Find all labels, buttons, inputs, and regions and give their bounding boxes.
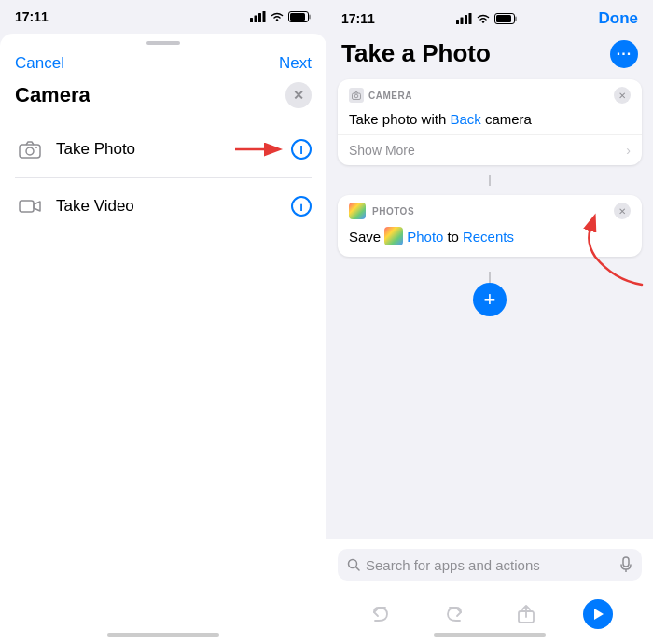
share-icon [516, 604, 536, 624]
sheet-title-bar: Camera ✕ [0, 82, 326, 121]
action-list: Take Photo i [0, 121, 326, 234]
chevron-right-icon: › [626, 143, 631, 158]
svg-rect-2 [258, 13, 261, 22]
undo-icon [371, 604, 392, 624]
wifi-icon [270, 11, 285, 22]
svg-rect-15 [465, 15, 467, 24]
card2-close-button[interactable]: ✕ [614, 203, 631, 219]
modal-sheet: Cancel Next Camera ✕ Take Photo [0, 34, 326, 644]
svg-rect-16 [468, 13, 471, 24]
svg-point-9 [35, 147, 37, 148]
card1-prefix: Take photo with [349, 111, 446, 127]
camera-action-card: CAMERA ✕ Take photo with Back camera Sho… [338, 79, 642, 165]
status-icons-right [456, 13, 518, 24]
camera-icon [15, 134, 45, 164]
connector-line2 [489, 272, 491, 283]
take-photo-label: Take Photo [56, 140, 235, 159]
run-button[interactable] [583, 599, 613, 629]
connector-area [338, 175, 642, 186]
home-indicator-right [434, 633, 546, 637]
list-item[interactable]: Take Photo i [15, 121, 312, 178]
take-photo-info-button[interactable]: i [291, 139, 312, 160]
play-icon [593, 608, 604, 621]
svg-marker-28 [594, 609, 604, 620]
search-bar[interactable]: Search for apps and actions [338, 549, 642, 581]
svg-rect-19 [496, 15, 511, 22]
connector-line [489, 175, 491, 186]
card2-link2[interactable]: Recents [463, 229, 514, 245]
curved-arrow-icon [577, 224, 651, 289]
redo-button[interactable] [438, 599, 468, 629]
card1-footer: Show More › [338, 134, 642, 165]
svg-rect-6 [290, 13, 305, 21]
category-camera-label: CAMERA [368, 91, 412, 101]
svg-rect-5 [309, 15, 311, 20]
add-action-button[interactable]: + [473, 283, 507, 316]
take-video-label: Take Video [56, 197, 291, 216]
category-camera: CAMERA [349, 88, 412, 103]
right-panel: 17:11 Done Take a Photo ··· [326, 0, 653, 644]
next-button[interactable]: Next [279, 54, 312, 73]
card-header-camera: CAMERA ✕ [338, 79, 642, 107]
undo-button[interactable] [367, 599, 396, 629]
home-indicator [107, 633, 219, 637]
left-panel: 17:11 Cancel Next [0, 0, 326, 644]
search-container: Search for apps and actions [326, 539, 653, 590]
status-icons-left [250, 11, 312, 22]
signal-icon-right [456, 13, 472, 24]
sheet-top-bar: Cancel Next [0, 50, 326, 82]
status-bar-left: 17:11 [0, 0, 326, 30]
status-bar-right: 17:11 Done [326, 0, 653, 34]
share-button[interactable] [511, 599, 541, 629]
time-right: 17:11 [341, 11, 375, 26]
done-button[interactable]: Done [599, 9, 639, 28]
card-header-photos: PHOTOS ✕ [338, 195, 642, 223]
svg-rect-18 [515, 17, 517, 21]
svg-rect-25 [623, 557, 629, 567]
svg-rect-0 [250, 18, 253, 22]
svg-rect-7 [20, 145, 40, 158]
camera-card-icon [349, 88, 364, 103]
battery-icon-right [494, 13, 518, 24]
signal-icon [250, 11, 266, 22]
svg-point-8 [26, 147, 34, 155]
svg-rect-14 [460, 18, 463, 25]
photos-icon [349, 203, 366, 219]
svg-rect-13 [456, 20, 459, 24]
svg-rect-1 [255, 16, 257, 23]
card2-link1[interactable]: Photo [407, 229, 443, 245]
search-icon [347, 558, 360, 571]
photo-emoji-icon [384, 227, 403, 245]
sheet-title: Camera [15, 83, 90, 107]
card1-close-button[interactable]: ✕ [614, 87, 631, 104]
card2-prefix: Save [349, 229, 381, 245]
show-more-button[interactable]: Show More [349, 143, 415, 158]
battery-icon [288, 11, 312, 22]
cancel-button[interactable]: Cancel [15, 54, 64, 73]
svg-line-24 [356, 567, 360, 571]
workflow-content: CAMERA ✕ Take photo with Back camera Sho… [326, 79, 653, 539]
wifi-icon-right [476, 13, 491, 24]
svg-rect-12 [20, 201, 34, 212]
video-icon [15, 191, 45, 221]
more-button[interactable]: ··· [610, 40, 638, 68]
time-left: 17:11 [15, 9, 49, 24]
search-placeholder: Search for apps and actions [366, 557, 614, 573]
microphone-icon [619, 556, 632, 573]
card1-link[interactable]: Back [450, 111, 480, 127]
svg-rect-3 [263, 11, 266, 22]
close-button[interactable]: ✕ [285, 82, 312, 108]
redo-icon [443, 604, 464, 624]
list-item[interactable]: Take Video i [15, 178, 312, 234]
card1-body: Take photo with Back camera [338, 107, 642, 127]
page-title: Take a Photo [341, 39, 491, 68]
svg-point-21 [354, 94, 358, 98]
right-header: Take a Photo ··· [326, 34, 653, 79]
card2-middle: to [447, 229, 459, 245]
photos-card-wrapper: PHOTOS ✕ Save Photo to Recents [338, 195, 642, 257]
category-photos: PHOTOS [349, 203, 414, 219]
take-video-info-button[interactable]: i [291, 196, 312, 217]
card1-suffix: camera [485, 111, 532, 127]
sheet-handle [146, 41, 180, 45]
category-photos-label: PHOTOS [372, 206, 414, 217]
